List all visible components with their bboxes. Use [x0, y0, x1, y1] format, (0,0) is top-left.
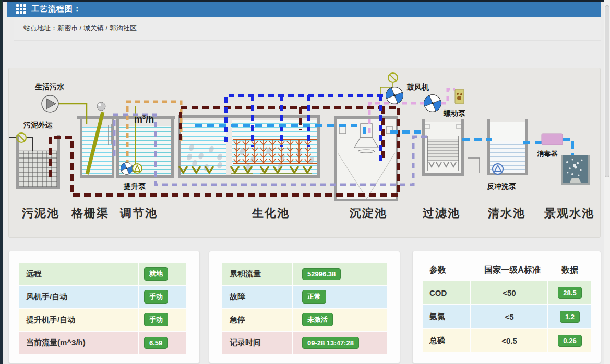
left-edge-accent [0, 0, 2, 9]
row-value: 52996.38 [293, 263, 387, 285]
fault-status-badge: 正常 [302, 290, 326, 304]
table-row: 急停 未激活 [222, 309, 387, 331]
fan-mode-badge[interactable]: 手动 [144, 290, 168, 304]
table-row: COD <50 28.5 [423, 281, 591, 304]
row-value: 正常 [293, 286, 387, 308]
param-value-cell: 0.26 [548, 329, 591, 352]
row-value: 未激活 [293, 309, 387, 331]
flow-diagram-svg: 生活污水 污泥外运 提升泵 鼓风机 螺动泵 消毒器 反冲洗泵 m3/h 污泥池 … [9, 68, 600, 237]
row-value: 就地 [139, 263, 186, 285]
table-row: 累积流量 52996.38 [222, 263, 387, 285]
current-flow-badge: 6.59 [144, 337, 168, 349]
landscape-pool [561, 155, 590, 185]
row-label: 提升机手/自动 [19, 309, 138, 331]
tank-label-cleanwater: 清水池 [487, 207, 525, 220]
tank-labels: 污泥池 格栅渠 调节池 生化池 沉淀池 过滤池 清水池 景观水池 [21, 207, 594, 220]
row-value: 09-28 13:47:28 [293, 332, 387, 354]
lift-pump-icon [133, 164, 142, 173]
blower-label: 鼓风机 [406, 83, 429, 91]
flow-unit-label: m3/h [134, 114, 154, 125]
record-time-badge: 09-28 13:47:28 [302, 337, 359, 349]
table-row: 当前流量(m^3/h) 6.59 [19, 332, 186, 354]
control-status-card: 远程 就地 风机手/自动 手动 提升机手/自动 手动 当前流量(m^3/h) 6… [8, 251, 200, 363]
lift-mode-badge[interactable]: 手动 [144, 313, 168, 326]
system-status-card: 累积流量 52996.38 故障 正常 急停 未激活 记录时间 09-28 13… [209, 251, 400, 363]
sludge-tank [16, 135, 60, 189]
sedimentation-tank [334, 116, 398, 201]
sludge-out-pipe [9, 138, 33, 151]
estop-status-badge: 未激活 [302, 313, 333, 326]
row-label: 累积流量 [222, 263, 292, 285]
column-header: 数据 [548, 265, 591, 276]
inlet-label: 生活污水 [34, 82, 65, 91]
total-flow-badge: 52996.38 [302, 268, 341, 280]
table-row: 总磷 <0.5 0.26 [423, 329, 591, 352]
tank-label-sedimentation: 沉淀池 [349, 207, 387, 220]
screw-pump-label: 螺动泵 [443, 109, 466, 117]
column-header: 国家一级A标准 [476, 265, 548, 276]
tank-label-biochemical: 生化池 [252, 207, 290, 220]
sludge-out-label: 污泥外运 [23, 120, 53, 129]
screen-drive-sphere [97, 102, 105, 111]
table-row: 氨氮 <5 1.2 [423, 305, 591, 328]
grid-icon [16, 4, 26, 14]
param-name: 氨氮 [423, 305, 470, 328]
row-label: 远程 [19, 263, 138, 285]
tank-label-filter: 过滤池 [422, 207, 460, 220]
lift-pump-label: 提升泵 [123, 182, 146, 190]
param-standard: <50 [471, 281, 547, 304]
inlet-pump-icon [42, 95, 58, 112]
remote-mode-badge[interactable]: 就地 [144, 267, 168, 281]
filter-tank [422, 119, 464, 176]
row-value: 手动 [139, 286, 186, 308]
table-row: 风机手/自动 手动 [19, 286, 186, 308]
row-label: 风机手/自动 [19, 286, 138, 308]
row-label: 急停 [222, 309, 292, 331]
param-value-cell: 28.5 [548, 281, 591, 304]
disinfector-label: 消毒器 [537, 150, 558, 157]
breadcrumb: 站点地址：新密市 / 城关镇 / 郭沟社区 [23, 23, 137, 33]
row-value: 手动 [139, 309, 186, 331]
control-table: 远程 就地 风机手/自动 手动 提升机手/自动 手动 当前流量(m^3/h) 6… [19, 263, 186, 355]
row-label: 当前流量(m^3/h) [19, 332, 138, 354]
cod-value-badge: 28.5 [558, 287, 581, 299]
column-header: 参数 [423, 265, 476, 276]
backwash-pump-icon [493, 164, 503, 174]
tank-label-screen: 格栅渠 [71, 207, 109, 220]
table-row: 记录时间 09-28 13:47:28 [222, 332, 387, 354]
water-quality-card: 参数 国家一级A标准 数据 COD <50 28.5 氨氮 <5 1.2 总磷 … [412, 251, 601, 363]
table-header-row: 参数 国家一级A标准 数据 [423, 261, 591, 280]
quality-table: 参数 国家一级A标准 数据 COD <50 28.5 氨氮 <5 1.2 总磷 … [423, 261, 591, 353]
tank-label-landscape: 景观水池 [544, 207, 594, 220]
screen-channel-tank [80, 102, 114, 178]
page-title: 工艺流程图： [31, 4, 81, 14]
param-name: 总磷 [423, 329, 470, 352]
param-standard: <5 [471, 305, 547, 328]
page-header: 工艺流程图： [7, 2, 601, 17]
scrollbar-thumb[interactable] [605, 5, 609, 177]
row-label: 记录时间 [222, 332, 292, 354]
lift-fan-icon [121, 163, 133, 175]
air-valve-icon [388, 73, 398, 82]
table-row: 故障 正常 [222, 286, 387, 308]
left-edge-strip [0, 0, 3, 364]
nh3n-value-badge: 1.2 [560, 311, 580, 323]
tank-label-sludge: 污泥池 [21, 207, 59, 220]
param-value-cell: 1.2 [548, 305, 591, 328]
row-value: 6.59 [139, 332, 186, 354]
dosing-device-icon [455, 89, 464, 104]
table-row: 远程 就地 [19, 263, 186, 285]
disinfector-box [542, 134, 563, 145]
backwash-pump-label: 反冲洗泵 [486, 182, 517, 190]
screw-pump-fan-icon [424, 95, 441, 112]
row-label: 故障 [222, 286, 292, 308]
breadcrumb-panel: 站点地址：新密市 / 城关镇 / 郭沟社区 [14, 17, 601, 40]
param-name: COD [423, 281, 470, 304]
param-standard: <0.5 [471, 329, 547, 352]
table-row: 提升机手/自动 手动 [19, 309, 186, 331]
process-flow-diagram: 生活污水 污泥外运 提升泵 鼓风机 螺动泵 消毒器 反冲洗泵 m3/h 污泥池 … [8, 68, 601, 238]
blower-fan-icon [386, 87, 403, 104]
status-table: 累积流量 52996.38 故障 正常 急停 未激活 记录时间 09-28 13… [222, 263, 387, 355]
tp-value-badge: 0.26 [558, 335, 581, 347]
clean-water-tank [468, 119, 528, 175]
